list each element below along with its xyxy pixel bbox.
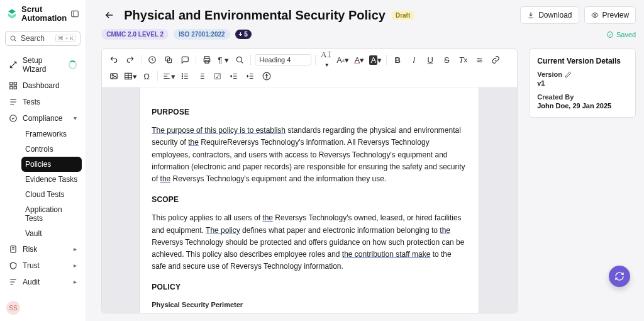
search-input[interactable]: Search ⌘ + K — [5, 31, 80, 46]
collapse-sidebar-icon[interactable] — [70, 9, 79, 18]
svg-rect-5 — [14, 86, 16, 89]
svg-rect-4 — [10, 86, 13, 89]
nav-item-vault[interactable]: Vault — [21, 226, 82, 241]
nav-item-policies[interactable]: Policies — [21, 157, 82, 172]
nav-item-application-tests[interactable]: Application Tests — [21, 202, 82, 226]
svg-point-22 — [182, 78, 183, 79]
dashboard-icon — [9, 81, 18, 90]
created-by-label: Created By — [537, 93, 628, 101]
header-actions: Download Preview — [520, 6, 636, 24]
nav-item-audit[interactable]: Audit ▸ — [4, 274, 82, 290]
sidebar: Scrut Automation Search ⌘ + K Setup Wiza… — [0, 0, 86, 321]
purpose-paragraph: The purpose of this policy is to establi… — [152, 125, 467, 185]
chip-cmmc[interactable]: CMMC 2.0 LEVEL 2 — [101, 29, 169, 40]
align-button[interactable]: ▾ — [162, 69, 175, 83]
search-icon — [9, 35, 17, 42]
find-button[interactable] — [233, 53, 247, 67]
svg-point-20 — [182, 74, 183, 74]
nav-item-risk[interactable]: Risk ▸ — [4, 241, 82, 257]
heading-select[interactable]: Heading 4 — [255, 54, 311, 65]
print-button[interactable] — [200, 53, 214, 67]
tests-icon — [9, 98, 18, 106]
code-button[interactable]: ≋ — [472, 53, 486, 67]
nav-item-trust[interactable]: Trust ▸ — [4, 257, 82, 274]
nav-item-cloud-tests[interactable]: Cloud Tests — [21, 187, 82, 202]
svg-point-18 — [112, 75, 113, 76]
brand-name: Scrut Automation — [21, 5, 67, 23]
eye-icon — [591, 11, 599, 19]
created-by-value: John Doe, 29 Jan 2025 — [537, 102, 628, 110]
comment-button[interactable] — [178, 53, 192, 67]
user-avatar-row: SS — [0, 295, 86, 321]
download-button[interactable]: Download — [520, 6, 579, 24]
special-char-button[interactable]: Ω — [140, 69, 153, 83]
italic-button[interactable]: I — [407, 53, 421, 67]
trust-icon — [9, 261, 18, 270]
subheading-perimeter: Physical Security Perimeter — [152, 300, 467, 311]
nav-item-setup-wizard[interactable]: Setup Wizard — [4, 52, 82, 77]
scope-paragraph: This policy applies to all users of the … — [152, 212, 467, 273]
svg-point-21 — [182, 76, 183, 76]
edit-version-icon[interactable] — [565, 71, 572, 78]
chevron-right-icon: ▸ — [74, 278, 77, 285]
font-color-button[interactable]: A ▾ — [352, 53, 366, 67]
outdent-button[interactable] — [227, 69, 241, 83]
chip-iso[interactable]: ISO 27001:2022 — [174, 29, 230, 40]
svg-rect-0 — [72, 11, 79, 17]
image-button[interactable] — [107, 69, 121, 83]
svg-rect-3 — [14, 82, 16, 84]
list-bullet-button[interactable] — [178, 69, 192, 83]
strike-button[interactable]: S — [440, 53, 453, 67]
font-family-button[interactable]: A𝙸 ▾ — [319, 53, 333, 67]
loading-icon — [69, 60, 77, 69]
framework-chips: CMMC 2.0 LEVEL 2 ISO 27001:2022 + 5 Save… — [101, 29, 636, 40]
search-row: Search ⌘ + K — [0, 28, 86, 51]
preview-button[interactable]: Preview — [584, 6, 636, 24]
table-button[interactable]: ▾ — [123, 69, 137, 83]
refresh-fab[interactable] — [609, 266, 630, 287]
document-page[interactable]: PURPOSE The purpose of this policy is to… — [140, 87, 479, 313]
link-button[interactable] — [489, 53, 502, 67]
section-heading-purpose: PURPOSE — [152, 106, 467, 118]
chevron-right-icon: ▸ — [74, 245, 77, 252]
nav-item-frameworks[interactable]: Frameworks — [21, 127, 82, 142]
nav-item-controls[interactable]: Controls — [21, 142, 82, 157]
editor-toolbar: ¶ ▾ Heading 4 A𝙸 ▾ A± ▾ A ▾ A ▾ B I U S … — [102, 49, 517, 87]
bold-button[interactable]: B — [391, 53, 404, 67]
copy-button[interactable] — [162, 53, 175, 67]
svg-point-1 — [11, 36, 15, 40]
brand-logo-icon — [6, 8, 18, 20]
brand: Scrut Automation — [0, 0, 86, 28]
accessibility-button[interactable] — [260, 69, 274, 83]
nav-item-dashboard[interactable]: Dashboard — [4, 77, 82, 94]
check-circle-icon — [606, 31, 614, 38]
section-heading-scope: SCOPE — [152, 194, 467, 206]
undo-button[interactable] — [107, 53, 121, 67]
list-ordered-button[interactable] — [194, 69, 208, 83]
paragraph-button[interactable]: ¶ ▾ — [216, 53, 230, 67]
svg-point-24 — [267, 74, 267, 75]
nav-item-evidence[interactable]: Evidence Tasks — [21, 172, 82, 187]
back-button[interactable] — [101, 8, 118, 22]
user-avatar[interactable]: SS — [6, 301, 20, 315]
download-icon — [527, 11, 535, 19]
font-size-button[interactable]: A± ▾ — [336, 53, 350, 67]
history-button[interactable] — [145, 53, 159, 67]
highlight-button[interactable]: A ▾ — [369, 53, 382, 67]
saved-indicator: Saved — [606, 31, 636, 38]
nav-item-compliance[interactable]: Compliance ▾ — [4, 110, 82, 127]
indent-button[interactable] — [243, 69, 257, 83]
svg-point-16 — [237, 57, 242, 62]
wand-icon — [9, 60, 18, 69]
version-panel-title: Current Version Details — [537, 57, 628, 65]
clear-format-button[interactable]: Tx — [456, 53, 470, 67]
search-kbd: ⌘ + K — [55, 35, 76, 42]
nav-item-tests[interactable]: Tests — [4, 94, 82, 110]
underline-button[interactable]: U — [423, 53, 437, 67]
nav: Setup Wizard Dashboard Tests Compliance … — [0, 51, 86, 291]
status-badge: Draft — [392, 11, 414, 20]
chip-more[interactable]: + 5 — [235, 30, 252, 39]
list-check-button[interactable]: ☑ — [211, 69, 225, 83]
redo-button[interactable] — [123, 53, 137, 67]
editor-canvas[interactable]: PURPOSE The purpose of this policy is to… — [102, 87, 517, 313]
